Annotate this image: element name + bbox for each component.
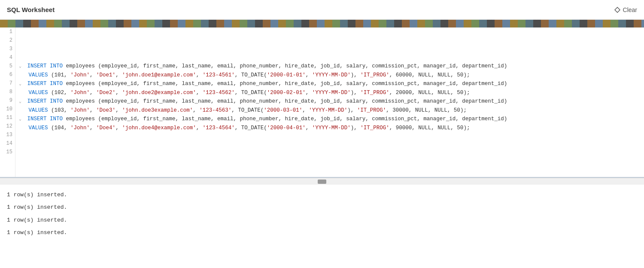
clear-button[interactable]: Clear [614, 6, 637, 13]
line-num-6: 6 [0, 70, 15, 79]
line-num-4: 4 [0, 53, 15, 62]
fold-icon-9[interactable]: ⌄ [19, 97, 24, 106]
output-line-3: 1 row(s) inserted. [7, 215, 637, 225]
output-area: 1 row(s) inserted. 1 row(s) inserted. 1 … [0, 185, 644, 246]
line-num-15: 15 [0, 148, 15, 156]
line-num-11: 11 [0, 113, 15, 122]
line-12-text: VALUES (104, 'John', 'Doe4', 'john.doe4@… [19, 125, 470, 131]
line-num-3: 3 [0, 45, 15, 53]
output-line-2: 1 row(s) inserted. [7, 202, 637, 212]
line-numbers: 1 2 3 4 5 6 7 8 9 10 11 12 13 14 15 [0, 27, 15, 177]
fold-icon-7[interactable]: ⌄ [19, 80, 24, 88]
fold-icon-5[interactable]: ⌄ [19, 62, 24, 71]
diamond-icon [614, 7, 620, 13]
line-6-text: VALUES (101, 'John', 'Doe1', 'john.doe1@… [19, 72, 470, 78]
output-line-4: 1 row(s) inserted. [7, 228, 637, 238]
clear-label: Clear [623, 6, 637, 13]
line-7-text: ⌄ INSERT INTO employees (employee_id, fi… [19, 81, 507, 87]
line-5-text: ⌄ INSERT INTO employees (employee_id, fi… [19, 63, 507, 69]
line-9-text: ⌄ INSERT INTO employees (employee_id, fi… [19, 98, 507, 104]
editor-area[interactable]: 1 2 3 4 5 6 7 8 9 10 11 12 13 14 15 ⌄ IN… [0, 27, 644, 178]
line-num-10: 10 [0, 105, 15, 113]
line-num-5: 5 [0, 62, 15, 70]
line-num-2: 2 [0, 36, 15, 45]
line-num-14: 14 [0, 139, 15, 148]
line-num-1: 1 [0, 27, 15, 36]
scrollbar-thumb[interactable] [318, 180, 326, 184]
line-11-text: ⌄ INSERT INTO employees (employee_id, fi… [19, 116, 507, 122]
fold-icon-11[interactable]: ⌄ [19, 115, 24, 124]
line-num-12: 12 [0, 122, 15, 131]
line-num-7: 7 [0, 79, 15, 88]
line-num-8: 8 [0, 88, 15, 96]
line-num-13: 13 [0, 131, 15, 139]
line-8-text: VALUES (102, 'John', 'Doe2', 'john.doe2@… [19, 90, 470, 96]
code-content: ⌄ INSERT INTO employees (employee_id, fi… [19, 27, 644, 158]
decorative-stripe [0, 20, 644, 27]
header: SQL Worksheet Clear [0, 0, 644, 20]
output-line-1: 1 row(s) inserted. [7, 190, 637, 200]
horizontal-scrollbar[interactable] [0, 178, 644, 185]
page-title: SQL Worksheet [7, 6, 55, 13]
code-editor[interactable]: ⌄ INSERT INTO employees (employee_id, fi… [15, 27, 644, 177]
line-num-9: 9 [0, 96, 15, 105]
line-10-text: VALUES (103, 'John', 'Doe3', 'john.doe3e… [19, 107, 467, 113]
